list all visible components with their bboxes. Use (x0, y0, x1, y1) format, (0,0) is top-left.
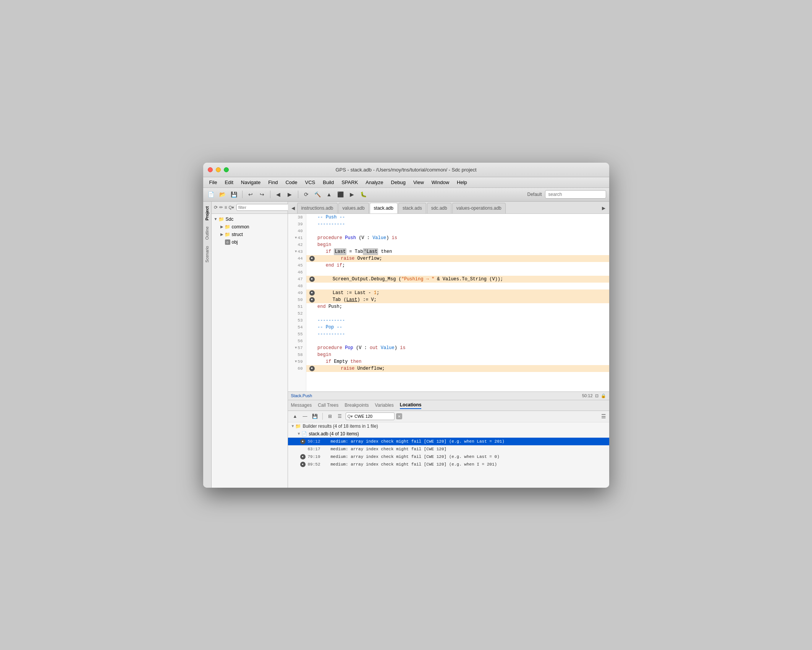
bottom-expand-btn[interactable]: ⊞ (326, 412, 334, 420)
toolbar-build2[interactable]: ▲ (324, 190, 334, 199)
toolbar-open[interactable]: 📂 (218, 190, 228, 199)
code-line-57: procedure Pop (V : out Value) is (306, 344, 609, 351)
project-filter-input[interactable] (236, 204, 293, 211)
menu-find[interactable]: Find (265, 179, 281, 186)
tab-label-instructions: instructions.adb (301, 205, 333, 211)
filter-icon: Q▾ (229, 205, 235, 210)
menu-help[interactable]: Help (454, 179, 470, 186)
code-line-55: ---------- (306, 331, 609, 338)
project-refresh-btn[interactable]: ⟳ (214, 204, 218, 211)
bottom-save-btn[interactable]: 💾 (311, 412, 319, 420)
menu-navigate[interactable]: Navigate (238, 179, 264, 186)
toolbar-refresh[interactable]: ⟳ (301, 190, 311, 199)
toolbar-redo[interactable]: ↪ (257, 190, 267, 199)
project-list-btn[interactable]: ≡ (225, 204, 227, 211)
tab-locations[interactable]: Locations (400, 401, 422, 409)
menu-file[interactable]: File (206, 179, 220, 186)
bottom-menu-btn[interactable]: ☰ (601, 413, 606, 419)
menu-view[interactable]: View (410, 179, 427, 186)
maximize-button[interactable] (224, 167, 229, 172)
side-tab-outline[interactable]: Outline (204, 223, 210, 243)
menu-window[interactable]: Window (429, 179, 452, 186)
tab-messages[interactable]: Messages (291, 402, 312, 409)
tab-values[interactable]: values.adb (338, 203, 369, 213)
code-line-46 (306, 269, 609, 276)
menu-analyze[interactable]: Analyze (362, 179, 386, 186)
project-toolbar: ⟳ ✏ ≡ Q▾ ☰ (212, 202, 288, 214)
tab-instructions[interactable]: instructions.adb (297, 203, 338, 213)
side-tab-scenario[interactable]: Scenario (204, 243, 210, 265)
tab-sdc-adb[interactable]: sdc.adb (427, 203, 451, 213)
side-tab-project[interactable]: Project (204, 203, 210, 223)
menu-build[interactable]: Build (320, 179, 337, 186)
bottom-remove-btn[interactable]: — (301, 412, 309, 420)
cwe-search-input[interactable] (354, 414, 393, 419)
minimize-button[interactable] (216, 167, 221, 172)
menu-edit[interactable]: Edit (222, 179, 236, 186)
right-panel: ◀ instructions.adb values.adb stack.adb … (288, 202, 609, 488)
toolbar-save[interactable]: 💾 (229, 190, 239, 199)
toolbar-forward[interactable]: ▶ (285, 190, 295, 199)
status-icon-lock: 🔒 (601, 393, 606, 398)
menu-debug[interactable]: Debug (388, 179, 409, 186)
tab-stack-adb[interactable]: stack.adb (370, 203, 398, 213)
tree-item-sdc[interactable]: ▼ 📁 Sdc (212, 215, 288, 223)
toolbar-build1[interactable]: 🔨 (313, 190, 323, 199)
code-line-47: ● Screen_Output.Debug_Msg ("Pushing → " … (306, 276, 609, 283)
search-input[interactable] (545, 190, 606, 199)
main-content: Project Outline Scenario ⟳ ✏ ≡ Q▾ ☰ ▼ (203, 202, 609, 488)
toolbar-run[interactable]: ▶ (347, 190, 357, 199)
tab-stack-ads[interactable]: stack.ads (398, 203, 426, 213)
result-bp-0: ● (300, 439, 306, 444)
tab-values-ops[interactable]: values-operations.adb (452, 203, 506, 213)
ln-54: 54 (288, 324, 306, 331)
ln-45: 45 (288, 262, 306, 269)
menu-spark[interactable]: SPARK (338, 179, 361, 186)
tree-item-struct[interactable]: ▶ 📁 struct (218, 231, 288, 238)
toolbar-debug[interactable]: 🐛 (359, 190, 369, 199)
tab-more-btn[interactable]: ▶ (600, 203, 608, 213)
bottom-list-btn[interactable]: ☰ (336, 412, 344, 420)
tab-call-trees[interactable]: Call Trees (318, 402, 338, 409)
result-row-2[interactable]: ● 79:19 medium: array index check might … (288, 453, 609, 461)
tab-variables[interactable]: Variables (375, 402, 394, 409)
menu-vcs[interactable]: VCS (302, 179, 319, 186)
result-row-1[interactable]: ● 63:17 medium: array index check might … (288, 445, 609, 453)
tab-breakpoints[interactable]: Breakpoints (345, 402, 369, 409)
status-bar-right: 50:12 ⊡ 🔒 (582, 393, 606, 398)
code-line-59: if Empty then (306, 358, 609, 365)
code-line-41: procedure Push (V : Value) is (306, 234, 609, 241)
project-edit-btn[interactable]: ✏ (219, 204, 223, 211)
ln-59: ▼59 (288, 358, 306, 365)
ln-46: 46 (288, 269, 306, 276)
main-window: GPS - stack.adb - /Users/moy/tns/tutoria… (203, 163, 609, 488)
code-line-42: begin (306, 241, 609, 248)
status-procedure: Stack.Push (291, 393, 312, 398)
bottom-toolbar: ▲ — 💾 ⊞ ☰ Q▾ ✕ ☰ (288, 411, 609, 422)
ln-44: 44 (288, 255, 306, 262)
sdc-folder-icon: 📁 (218, 216, 225, 222)
cwe-clear-btn[interactable]: ✕ (396, 413, 402, 419)
tree-item-obj[interactable]: ▶ o obj (218, 238, 288, 246)
result-msg-2: medium: array index check might fail [CW… (331, 454, 500, 459)
result-bp-2: ● (300, 454, 306, 459)
toolbar-build3[interactable]: ⬛ (336, 190, 346, 199)
tab-prev-btn[interactable]: ◀ (290, 203, 297, 213)
tree-item-common[interactable]: ▶ 📁 common (218, 223, 288, 231)
toolbar-sep-2 (270, 191, 270, 198)
results-file-header[interactable]: ▼ 📄 stack.adb (4 of 10 items) (288, 430, 609, 438)
bottom-add-btn[interactable]: ▲ (291, 412, 299, 420)
menu-code[interactable]: Code (282, 179, 300, 186)
tree-label-struct: struct (232, 232, 243, 237)
close-button[interactable] (208, 167, 213, 172)
result-row-0[interactable]: ● 50:12 medium: array index check might … (288, 438, 609, 445)
code-line-60: ● raise Underflow; (306, 365, 609, 372)
toolbar-new-file[interactable]: 📄 (206, 190, 216, 199)
toolbar-undo[interactable]: ↩ (246, 190, 256, 199)
toolbar-back[interactable]: ◀ (273, 190, 283, 199)
result-row-3[interactable]: ● 89:52 medium: array index check might … (288, 461, 609, 468)
code-line-39: ---------- (306, 221, 609, 228)
code-editor[interactable]: 38 39 40 ▼41 42 ▼43 44 45 46 47 48 49 50… (288, 214, 609, 391)
status-icon-copy: ⊡ (595, 393, 598, 398)
results-header-item[interactable]: ▼ 📁 Builder results (4 of 18 items in 1 … (288, 422, 609, 430)
